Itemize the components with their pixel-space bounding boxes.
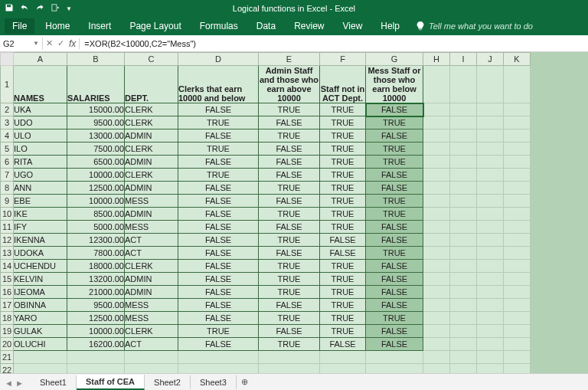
cell-result[interactable]: FALSE (366, 169, 423, 182)
cell-dept[interactable]: MESS (125, 195, 178, 208)
cell-name[interactable]: ILO (14, 143, 67, 156)
save-icon[interactable] (5, 3, 14, 14)
row-header-15[interactable]: 15 (1, 273, 14, 286)
col-header-A[interactable]: A (14, 53, 67, 66)
cell-result[interactable]: FALSE (259, 143, 320, 156)
cell-name[interactable]: UDOKA (14, 247, 67, 260)
cell-result[interactable]: FALSE (178, 273, 259, 286)
cell-result[interactable]: TRUE (320, 156, 366, 169)
cell-result[interactable]: FALSE (259, 247, 320, 260)
cell-salary[interactable]: 12500.00 (67, 182, 125, 195)
cell-result[interactable]: TRUE (366, 195, 423, 208)
row-header-8[interactable]: 8 (1, 182, 14, 195)
cell-dept[interactable]: MESS (125, 312, 178, 325)
cell-name[interactable]: IFY (14, 221, 67, 234)
row-header-4[interactable]: 4 (1, 129, 14, 143)
cell-result[interactable]: FALSE (259, 195, 320, 208)
cell-result[interactable]: TRUE (320, 312, 366, 325)
col-header-C[interactable]: C (125, 53, 178, 66)
name-box[interactable]: G2 ▼ (0, 38, 43, 50)
cell-result[interactable]: TRUE (320, 195, 366, 208)
cell-result[interactable]: TRUE (259, 312, 320, 325)
cell-result[interactable]: FALSE (259, 299, 320, 312)
preview-icon[interactable] (51, 3, 60, 14)
col-header-F[interactable]: F (320, 53, 366, 66)
redo-icon[interactable] (35, 3, 44, 14)
cell-result[interactable]: FALSE (178, 156, 259, 169)
cell-dept[interactable]: ACT (125, 234, 178, 247)
header-cell[interactable]: NAMES (14, 66, 67, 103)
cell-result[interactable]: FALSE (259, 325, 320, 338)
cell-salary[interactable]: 13200.00 (67, 273, 125, 286)
cell-result[interactable]: TRUE (259, 286, 320, 299)
spreadsheet-grid[interactable]: ABCDEFGHIJK1NAMESSALARIESDEPT.Clerks tha… (0, 52, 588, 382)
cell-name[interactable]: IJEOMA (14, 286, 67, 299)
cell-result[interactable]: FALSE (366, 182, 423, 195)
cell-result[interactable]: TRUE (178, 325, 259, 338)
cell-salary[interactable]: 15000.00 (67, 103, 125, 116)
row-header-16[interactable]: 16 (1, 286, 14, 299)
cell-result[interactable]: FALSE (366, 221, 423, 234)
tab-file[interactable]: File (5, 18, 34, 34)
cell-dept[interactable]: CLERK (125, 116, 178, 129)
cell-result[interactable]: TRUE (320, 103, 366, 116)
cell-result[interactable]: TRUE (320, 299, 366, 312)
cell-salary[interactable]: 6500.00 (67, 156, 125, 169)
cell-result[interactable]: FALSE (178, 129, 259, 143)
cell-result[interactable]: TRUE (366, 156, 423, 169)
new-sheet-button[interactable]: ⊕ (237, 377, 253, 382)
cell-result[interactable]: TRUE (320, 143, 366, 156)
cell-result[interactable]: FALSE (366, 338, 423, 351)
row-header-7[interactable]: 7 (1, 169, 14, 182)
cell-salary[interactable]: 9500.00 (67, 299, 125, 312)
row-header-19[interactable]: 19 (1, 325, 14, 338)
sheet-nav-arrows[interactable]: ◄ ► (5, 379, 24, 382)
cell-result[interactable]: FALSE (320, 338, 366, 351)
col-header-E[interactable]: E (259, 53, 320, 66)
cell-result[interactable]: TRUE (320, 325, 366, 338)
cell-name[interactable]: OLUCHI (14, 338, 67, 351)
row-header-11[interactable]: 11 (1, 221, 14, 234)
cell-dept[interactable]: ACT (125, 247, 178, 260)
cell-result[interactable]: FALSE (178, 221, 259, 234)
col-header-J[interactable]: J (477, 53, 504, 66)
cell-result[interactable]: FALSE (366, 260, 423, 273)
cell-result[interactable]: TRUE (178, 116, 259, 129)
cell-result[interactable]: FALSE (366, 299, 423, 312)
header-cell[interactable]: SALARIES (67, 66, 125, 103)
cell-dept[interactable]: CLERK (125, 169, 178, 182)
cell-name[interactable]: YARO (14, 312, 67, 325)
cell-result[interactable]: TRUE (259, 234, 320, 247)
cell-result[interactable]: FALSE (178, 103, 259, 116)
cell-result[interactable]: TRUE (320, 286, 366, 299)
cell-result[interactable]: FALSE (178, 338, 259, 351)
cell-result[interactable]: FALSE (178, 260, 259, 273)
cell-name[interactable]: UCHENDU (14, 260, 67, 273)
cell-dept[interactable]: CLERK (125, 103, 178, 116)
sheet-tab-staff-of-cea[interactable]: Staff of CEA (77, 375, 145, 382)
cell-result[interactable]: TRUE (320, 116, 366, 129)
row-header-18[interactable]: 18 (1, 312, 14, 325)
cell-dept[interactable]: ADMIN (125, 129, 178, 143)
cell-salary[interactable]: 21000.00 (67, 286, 125, 299)
cell-result[interactable]: TRUE (320, 129, 366, 143)
cell-result[interactable]: TRUE (259, 260, 320, 273)
row-header-10[interactable]: 10 (1, 208, 14, 221)
cell-result[interactable]: TRUE (178, 143, 259, 156)
cell-result[interactable]: TRUE (178, 169, 259, 182)
cell-result[interactable]: FALSE (178, 299, 259, 312)
undo-icon[interactable] (20, 3, 29, 14)
cell-result[interactable]: TRUE (366, 116, 423, 129)
cell-salary[interactable]: 16200.00 (67, 338, 125, 351)
sheet-tab-sheet2[interactable]: Sheet2 (145, 375, 191, 382)
cell-salary[interactable]: 10000.00 (67, 169, 125, 182)
cell-result[interactable]: TRUE (366, 208, 423, 221)
cell-dept[interactable]: ADMIN (125, 273, 178, 286)
cancel-icon[interactable]: ✕ (46, 38, 53, 48)
cell-dept[interactable]: MESS (125, 221, 178, 234)
row-header-13[interactable]: 13 (1, 247, 14, 260)
cell-result[interactable]: TRUE (366, 143, 423, 156)
cell-name[interactable]: IKENNA (14, 234, 67, 247)
row-header-12[interactable]: 12 (1, 234, 14, 247)
cell-salary[interactable]: 8500.00 (67, 208, 125, 221)
